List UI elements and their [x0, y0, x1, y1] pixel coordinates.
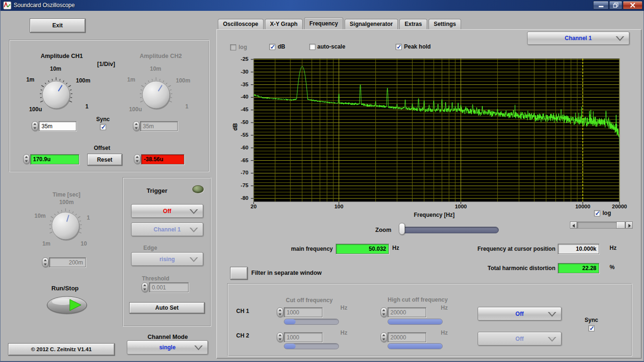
x-log-label: log — [603, 210, 611, 216]
copyright-bar: © 2012 C. Zeitnitz V1.41 — [8, 343, 115, 355]
channel-select-dropdown[interactable]: Channel 1 — [527, 32, 629, 45]
ch2-cutoff-value[interactable]: 1000 — [284, 332, 322, 342]
ch1-tick-10m: 10m — [46, 66, 65, 72]
time-tick-1: 1 — [87, 214, 90, 221]
restore-button[interactable] — [609, 1, 622, 9]
trigger-edge-dropdown[interactable]: rising — [131, 252, 203, 266]
tab-signalgenerator[interactable]: Signalgenerator — [345, 19, 398, 29]
highcut-title: High cut off frequency — [382, 296, 453, 303]
scrollbar-left-arrow[interactable] — [570, 222, 577, 229]
ch2-cutoff-spinner[interactable] — [277, 332, 283, 342]
ch1-highcut-slider[interactable] — [388, 319, 443, 325]
exit-button-label: Exit — [52, 22, 63, 29]
tab-oscilloscope[interactable]: Oscilloscope — [218, 19, 264, 29]
channel-select-value: Channel 1 — [565, 35, 592, 41]
time-spinner[interactable] — [42, 257, 49, 267]
spectrum-plot[interactable] — [251, 58, 623, 206]
thd-value[interactable]: 22.28 — [558, 263, 599, 273]
filter-window-button[interactable] — [230, 267, 248, 280]
thd-label: Total harmonic distortion — [472, 265, 555, 272]
trigger-edge-value: rising — [159, 256, 175, 263]
db-checkbox[interactable] — [269, 44, 275, 50]
ch2-tick-10m: 10m — [146, 66, 165, 72]
titlebar: Soundcard Oszilloscope — [0, 0, 644, 11]
auto-set-button[interactable]: Auto Set — [129, 302, 205, 313]
threshold-label: Threshold — [142, 275, 169, 282]
cutoff-title: Cut off frequency — [281, 297, 338, 304]
runstop-button[interactable] — [46, 296, 88, 315]
tab-bar: OscilloscopeX-Y GraphFrequencySignalgene… — [218, 17, 462, 30]
threshold-spinner[interactable] — [141, 282, 148, 292]
x-axis-title: Frequency [Hz] — [406, 212, 462, 218]
time-title: Time [sec] — [45, 191, 88, 198]
peak-hold-checkbox[interactable] — [396, 44, 402, 50]
close-button[interactable] — [623, 1, 643, 9]
ch1-cutoff-spinner[interactable] — [277, 307, 283, 317]
zoom-slider-track[interactable] — [399, 227, 499, 233]
offset-ch1-spinner[interactable] — [23, 154, 30, 164]
filter-window-label: Filter in separate window — [251, 270, 322, 276]
zoom-slider-thumb[interactable] — [399, 223, 405, 235]
channel-mode-value: single — [159, 344, 176, 351]
minimize-button[interactable] — [593, 1, 609, 9]
ch2-filter-mode-dropdown[interactable]: Off — [478, 332, 561, 346]
zoom-label: Zoom — [375, 227, 391, 233]
time-value[interactable]: 200m — [49, 257, 86, 267]
channel-mode-label: Channel Mode — [148, 334, 188, 340]
amplitude-ch1-knob[interactable] — [37, 76, 75, 114]
tab-extras[interactable]: Extras — [399, 19, 427, 29]
offset-ch1-value[interactable]: 170.9u — [30, 154, 79, 165]
ch1-cutoff-slider[interactable] — [284, 319, 339, 325]
tab-xy-graph[interactable]: X-Y Graph — [265, 19, 303, 29]
scrollbar-thumb[interactable] — [616, 222, 625, 229]
ch2-highcut-unit: Hz — [441, 329, 448, 336]
peak-hold-label: Peak hold — [404, 43, 431, 50]
cursor-frequency-value[interactable]: 10.000k — [558, 244, 599, 254]
ch1-highcut-value[interactable]: 20000 — [388, 307, 426, 317]
sync-checkbox[interactable] — [100, 124, 106, 130]
ch1-tick-100u: 100u — [20, 106, 42, 113]
ch2-highcut-slider[interactable] — [388, 343, 443, 349]
filter-sync-checkbox[interactable] — [588, 325, 594, 331]
ch2-tick-100u: 100u — [120, 106, 142, 113]
ch2-filter-mode-value: Off — [515, 336, 523, 342]
exit-button[interactable]: Exit — [30, 18, 85, 33]
channel-mode-dropdown[interactable]: single — [127, 340, 208, 354]
offset-ch2-value[interactable]: -38.56u — [141, 154, 184, 165]
ch2-cutoff-slider[interactable] — [284, 343, 339, 349]
ch2-highcut-spinner[interactable] — [380, 332, 387, 342]
ch1-highcut-spinner[interactable] — [380, 307, 387, 317]
threshold-value[interactable]: 0.001 — [149, 282, 189, 292]
y-log-checkbox[interactable] — [230, 44, 236, 50]
y-log-label: log — [239, 44, 247, 50]
time-knob[interactable] — [47, 207, 84, 245]
ch1-filter-mode-dropdown[interactable]: Off — [478, 307, 561, 321]
auto-scale-checkbox[interactable] — [309, 44, 315, 50]
ch1-tick-1: 1 — [85, 103, 89, 110]
tab-settings[interactable]: Settings — [429, 19, 461, 29]
ch2-tick-1: 1 — [185, 103, 189, 110]
amplitude-ch1-spinner[interactable] — [32, 121, 38, 131]
amplitude-ch2-value[interactable]: 35m — [140, 121, 178, 131]
ch1-tick-100m: 100m — [76, 77, 91, 84]
scrollbar-right-arrow[interactable] — [626, 222, 633, 229]
thd-unit: % — [610, 264, 615, 271]
ch1-cutoff-value[interactable]: 1000 — [284, 307, 322, 317]
main-frequency-value[interactable]: 50.032 — [336, 244, 389, 254]
tab-frequency[interactable]: Frequency — [304, 17, 343, 29]
offset-reset-button[interactable]: Reset — [87, 154, 122, 165]
ch2-tick-1m: 1m — [118, 76, 135, 83]
amplitude-ch2-knob[interactable] — [137, 76, 175, 114]
ch1-cutoff-unit: Hz — [340, 304, 347, 311]
amplitude-ch2-spinner[interactable] — [133, 121, 140, 131]
x-log-checkbox[interactable] — [594, 210, 600, 216]
offset-ch2-spinner[interactable] — [134, 154, 140, 164]
ch2-highcut-value[interactable]: 20000 — [388, 332, 426, 342]
window-title: Soundcard Oszilloscope — [14, 2, 74, 8]
amplitude-ch1-value[interactable]: 35m — [39, 121, 76, 131]
edge-label: Edge — [143, 245, 157, 251]
trigger-channel-dropdown[interactable]: Channel 1 — [131, 222, 203, 236]
auto-set-label: Auto Set — [155, 304, 178, 311]
trigger-title: Trigger — [147, 187, 167, 194]
ch1-tick-1m: 1m — [17, 76, 34, 83]
